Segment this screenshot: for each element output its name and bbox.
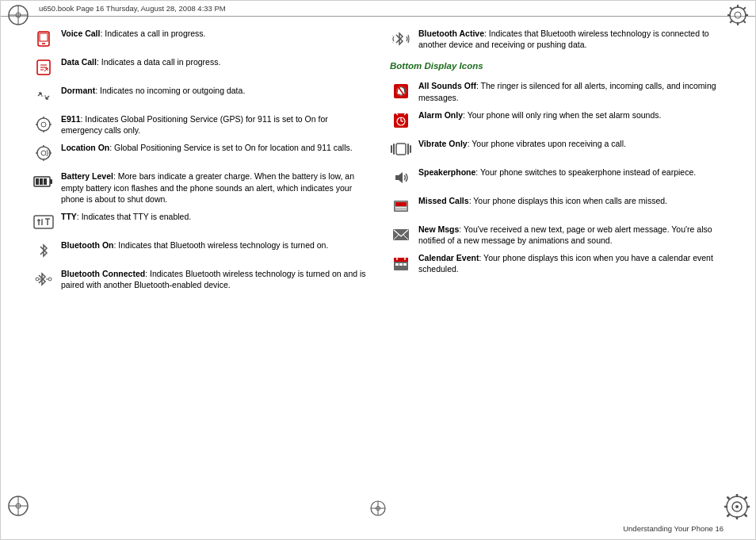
battery-icon [33, 175, 54, 188]
svg-line-10 [730, 7, 732, 10]
vibrate-only-label: Vibrate Only [418, 139, 468, 148]
tty-item: TTY: Indicates that TTY is enabled. [32, 211, 366, 233]
speakerphone-desc: : Your phone switches to speakerphone in… [475, 167, 696, 177]
bluetooth-on-icon-box [32, 239, 55, 262]
gps-icon [35, 116, 52, 133]
bottom-left-crosshair-icon [7, 495, 29, 517]
svg-rect-58 [396, 144, 406, 155]
bottom-display-section: Bottom Display Icons [390, 58, 724, 74]
bluetooth-active-icon [392, 30, 410, 48]
dormant-text: Dormant: Indicates no incoming or outgoi… [61, 85, 366, 96]
svg-marker-63 [395, 172, 403, 183]
battery-level-label: Battery Level [61, 171, 113, 181]
svg-point-29 [41, 151, 46, 155]
missed-calls-text: Missed Calls: Your phone displays this i… [418, 195, 724, 206]
missed-calls-icon [392, 197, 410, 215]
battery-level-text: Battery Level: More bars indicate a grea… [61, 170, 366, 205]
svg-line-90 [727, 497, 730, 500]
svg-rect-37 [40, 178, 43, 185]
svg-rect-78 [403, 263, 407, 266]
svg-line-93 [727, 515, 730, 517]
dormant-item: Dormant: Indicates no incoming or outgoi… [32, 85, 366, 107]
location-on-desc: : Global Positioning Service is set to O… [109, 143, 352, 152]
svg-point-5 [735, 12, 741, 18]
bluetooth-active-label: Bluetooth Active [418, 29, 484, 38]
bottom-display-heading: Bottom Display Icons [390, 61, 724, 71]
speakerphone-icon [392, 169, 410, 186]
dormant-desc: : Indicates no incoming or outgoing data… [95, 86, 245, 95]
svg-line-91 [745, 515, 747, 517]
missed-calls-icon-box [390, 195, 412, 217]
e911-desc: : Indicates Global Positioning Service (… [61, 114, 328, 135]
right-column: Bluetooth Active: Indicates that Bluetoo… [382, 28, 724, 290]
alarm-only-item: Alarm Only: Your phone will only ring wh… [390, 109, 724, 132]
bluetooth-connected-text: Bluetooth Connected: Indicates Bluetooth… [61, 268, 366, 290]
all-sounds-off-icon-box: 🔕 [390, 80, 412, 102]
alarm-only-desc: : Your phone will only ring when the set… [463, 110, 661, 120]
svg-line-92 [745, 497, 747, 500]
svg-rect-39 [34, 216, 53, 228]
battery-icon-box [32, 170, 55, 193]
dormant-icon-box [32, 85, 55, 107]
alarm-only-icon-box [390, 109, 412, 132]
top-left-circle-icon [7, 4, 29, 26]
e911-text: E911: Indicates Global Positioning Servi… [61, 113, 366, 136]
footer: Understanding Your Phone 16 [1, 524, 755, 533]
bluetooth-on-label: Bluetooth On [61, 240, 114, 250]
svg-rect-36 [36, 178, 39, 185]
vibrate-only-icon [391, 142, 411, 156]
tty-desc: : Indicates that TTY is enabled. [77, 212, 191, 221]
location-on-text: Location On: Global Positioning Service … [61, 142, 366, 153]
data-call-label: Data Call [61, 57, 97, 67]
svg-point-45 [36, 278, 39, 281]
alarm-only-label: Alarm Only [418, 110, 463, 120]
svg-point-22 [37, 118, 50, 131]
battery-level-item: Battery Level: More bars indicate a grea… [32, 170, 366, 205]
svg-line-12 [743, 7, 746, 10]
e911-icon-box [32, 113, 55, 136]
tty-icon [33, 215, 54, 229]
top-bar-text: u650.book Page 16 Thursday, August 28, 2… [10, 4, 226, 13]
location-on-label: Location On [61, 143, 109, 152]
svg-point-85 [735, 505, 739, 508]
bluetooth-active-text: Bluetooth Active: Indicates that Bluetoo… [418, 28, 724, 50]
svg-point-47 [48, 278, 52, 281]
dormant-label: Dormant [61, 86, 95, 95]
bluetooth-active-item: Bluetooth Active: Indicates that Bluetoo… [390, 28, 724, 50]
alarm-only-icon [392, 112, 410, 129]
location-icon-box [32, 142, 55, 164]
tty-text: TTY: Indicates that TTY is enabled. [61, 211, 366, 222]
svg-line-13 [730, 21, 732, 23]
voice-call-desc: : Indicates a call in progress. [100, 29, 205, 38]
calendar-event-icon [392, 255, 410, 272]
voice-call-icon-box [32, 28, 55, 50]
tty-icon-box [32, 211, 55, 233]
alarm-only-text: Alarm Only: Your phone will only ring wh… [418, 109, 724, 121]
svg-rect-35 [50, 179, 52, 184]
data-call-desc: : Indicates a data call in progress. [97, 57, 220, 67]
svg-rect-66 [395, 202, 407, 206]
calendar-event-label: Calendar Event [418, 253, 479, 262]
data-call-icon-box [32, 56, 55, 79]
bluetooth-connected-item: Bluetooth Connected: Indicates Bluetooth… [32, 268, 366, 290]
svg-rect-76 [395, 263, 399, 266]
page-wrapper: u650.book Page 16 Thursday, August 28, 2… [0, 0, 756, 540]
calendar-event-icon-box [390, 252, 412, 274]
svg-rect-73 [394, 258, 408, 262]
all-sounds-off-label: All Sounds Off [418, 81, 476, 90]
location-icon [35, 144, 52, 162]
data-call-text: Data Call: Indicates a data call in prog… [61, 56, 366, 67]
bluetooth-connected-icon [35, 270, 52, 288]
new-msgs-icon-box [390, 224, 412, 246]
voice-call-label: Voice Call [61, 29, 100, 38]
bluetooth-connected-icon-box [32, 268, 55, 290]
top-bar: u650.book Page 16 Thursday, August 28, 2… [1, 1, 755, 17]
missed-calls-label: Missed Calls [418, 196, 469, 205]
phone-icon [35, 30, 52, 48]
all-sounds-off-icon: 🔕 [392, 82, 410, 100]
vibrate-only-desc: : Your phone vibrates upon receiving a c… [468, 139, 626, 148]
bottom-center-crosshair-icon [369, 500, 387, 517]
vibrate-only-icon-box [390, 138, 412, 160]
tty-label: TTY [61, 212, 77, 221]
svg-rect-67 [395, 207, 407, 209]
